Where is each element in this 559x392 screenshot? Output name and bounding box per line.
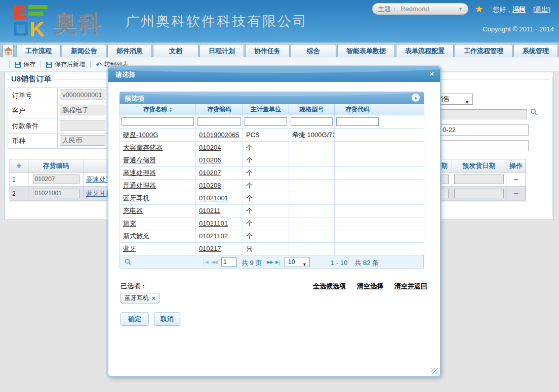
item-code-link[interactable]: 010211 [199,207,220,214]
cancel-button[interactable]: 取消 [154,312,180,326]
payment-terms-field[interactable] [60,120,105,130]
theme-select[interactable]: 主题： Redmond ▼ [372,3,468,15]
dialog-titlebar[interactable]: 请选择 × [108,67,440,82]
top-banner: K 奥科 广州奥科软件科技有限公司 主题： Redmond ▼ ★ 您好，冯柯 … [0,0,559,42]
filter-spec-input[interactable] [291,117,333,126]
remove-row-icon[interactable]: − [513,191,518,196]
table-row: 新式旅充01021102个 [120,230,424,242]
username-link[interactable]: 冯柯 [512,6,526,13]
filter-unit-input[interactable] [245,117,287,126]
item-name-link[interactable]: 高速处理器 [123,169,156,177]
pager-page-input[interactable] [221,257,237,267]
clear-and-return-link[interactable]: 清空并返回 [394,282,427,291]
pager-prev-icon[interactable]: ◀◀ [211,259,217,265]
item-name-link[interactable]: 充电器 [123,207,143,214]
search-icon[interactable] [125,258,132,266]
item-unit: 个 [243,179,289,192]
nav-tab-smart-form-data[interactable]: 智能表单数据 [337,44,395,57]
item-unit: 个 [243,154,289,166]
table-row: 普通存储器010206个 [120,154,424,166]
remove-row-icon[interactable]: − [513,177,518,182]
close-icon[interactable]: × [429,69,434,78]
save-button[interactable]: 保存 [15,60,35,69]
item-itemcode [335,230,424,242]
item-name-link[interactable]: 硬盘-1000G [123,131,158,139]
line-code-field[interactable]: 01021001 [33,189,79,198]
currency-field[interactable]: 人民币 [60,135,105,146]
nav-tab-schedule[interactable]: 日程计划 [199,44,244,57]
item-spec [289,204,335,217]
save-and-new-button[interactable]: 保存后新增 [46,60,85,69]
col-header-spec[interactable]: 规格型号 [289,104,335,115]
row-index: 1 [10,172,28,186]
dialog-action-links: 全选候选项 清空选择 清空并返回 [313,282,427,291]
order-no-field[interactable]: v0000000001 [60,90,105,100]
item-spec: 希捷 1000G/720 [289,128,335,141]
item-spec [289,192,335,204]
clear-selection-link[interactable]: 清空选择 [357,282,383,291]
item-name-link[interactable]: 蓝牙耳机 [123,194,149,202]
col-header-unit[interactable]: 主计量单位 [243,104,289,115]
chevron-down-icon: ▼ [302,260,307,269]
resize-handle-icon[interactable] [431,368,438,374]
item-name-link[interactable]: 旅充 [123,220,136,227]
col-header-code[interactable]: 存货编码 [196,104,243,115]
line-code-field[interactable]: 010207 [33,175,79,184]
table-header-row: 存货名称▲▼ 存货编码 主计量单位 规格型号 存货代码 [120,104,424,115]
greeting-text: 您好， [493,6,512,13]
item-name-link[interactable]: 大容量存储器 [123,144,163,151]
item-name-link[interactable]: 普通存储器 [123,156,156,164]
item-code-link[interactable]: 010208 [199,182,221,189]
toolbar-separator [41,61,41,68]
nav-tab-form-flow-config[interactable]: 表单流程配置 [396,44,454,57]
filter-itemcode-input[interactable] [336,117,379,126]
nav-tab-collaboration[interactable]: 协作任务 [245,44,290,57]
col-header-name[interactable]: 存货名称▲▼ [120,104,196,115]
item-code-link[interactable]: 010206 [199,156,221,164]
nav-tab-workflow-mgmt[interactable]: 工作流程管理 [455,44,512,57]
select-all-link[interactable]: 全选候选项 [313,282,346,291]
item-code-link[interactable]: 01021001 [199,194,228,202]
nav-tab-workflow[interactable]: 工作流程 [16,44,61,57]
item-code-link[interactable]: 010204 [199,144,221,151]
logout-link[interactable]: [退出] [533,5,550,14]
customer-field[interactable]: 鹏程电子 [60,105,105,115]
filter-code-input[interactable] [197,117,241,126]
filter-name-input[interactable] [122,117,194,126]
item-unit: 个 [243,166,289,179]
chevron-down-icon: ▼ [458,7,463,12]
nav-tab-system-mgmt[interactable]: 系统管理 [513,44,558,57]
collapse-icon[interactable]: ▲ [412,94,420,102]
search-icon[interactable] [530,108,538,116]
pager-next-icon[interactable]: ▶▶ [267,259,273,265]
chip-remove-icon[interactable]: × [152,295,155,302]
nav-tab-news[interactable]: 新闻公告 [62,44,106,57]
item-itemcode [335,192,424,204]
grid-col-expected-date: 预发货日期 [452,159,506,172]
pager-last-icon[interactable]: ▶│ [275,259,281,265]
nav-tab-mail[interactable]: 邮件消息 [107,44,152,57]
pager-pagesize-select[interactable]: 10 ▼ [285,257,310,267]
item-code-link[interactable]: 010207 [199,169,221,177]
item-name-link[interactable]: 蓝牙 [123,245,136,252]
col-header-itemcode[interactable]: 存货代码 [335,104,424,115]
item-name-link[interactable]: 普通处理器 [123,182,156,189]
expected-date-field[interactable] [454,189,504,198]
ok-button[interactable]: 确定 [121,312,149,326]
add-row-icon[interactable]: + [17,161,21,170]
item-code-link[interactable]: 01021101 [199,220,228,227]
nav-home-tab[interactable] [3,44,14,57]
item-unit: 个 [243,217,289,230]
item-spec [289,230,335,242]
grid-col-code: 存货编码 [28,159,84,172]
item-code-link[interactable]: 01021102 [199,232,228,240]
expected-date-field[interactable] [454,175,504,184]
item-name-link[interactable]: 新式旅充 [123,232,149,240]
item-code-link[interactable]: 010217 [199,245,221,252]
nav-tab-documents[interactable]: 文档 [153,44,198,57]
pager-first-icon[interactable]: │◀ [203,259,208,265]
theme-value: Redmond [401,5,458,13]
favorite-star-icon[interactable]: ★ [475,4,483,15]
nav-tab-misc[interactable]: 综合 [291,44,336,57]
item-code-link[interactable]: 01019002065 [199,131,239,139]
